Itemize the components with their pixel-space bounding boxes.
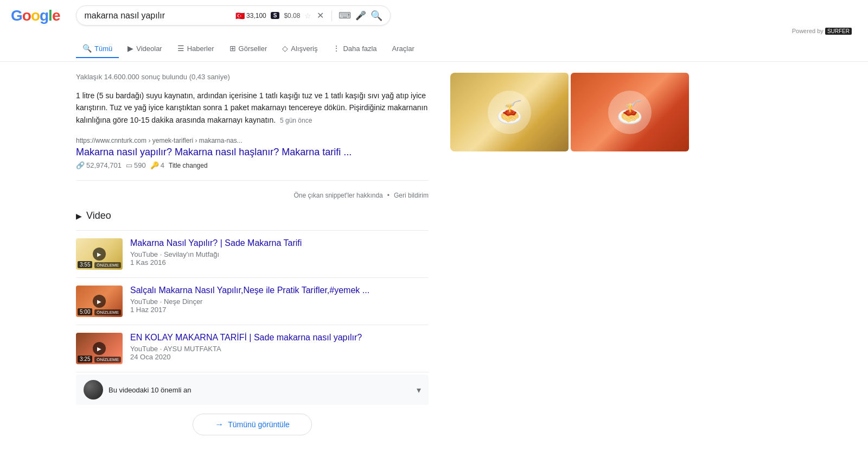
result-count: Yaklaşık 14.600.000 sonuç bulundu (0,43 …	[76, 73, 429, 81]
tr-count: 33,100	[246, 12, 266, 20]
preview-label: ÖNİZLEME	[94, 262, 121, 268]
video-date-1: 1 Kas 2016	[130, 258, 429, 267]
video-duration: 5:00	[78, 308, 92, 315]
tab-tumu-label: Tümü	[94, 45, 112, 53]
video-duration: 3:25	[78, 356, 92, 363]
video-date-3: 24 Oca 2020	[130, 353, 429, 361]
video-title-1[interactable]: Makarna Nasıl Yapılır? | Sade Makarna Ta…	[130, 238, 429, 248]
star-icon[interactable]: ☆	[304, 11, 311, 20]
dollar-score: $0.08	[284, 12, 300, 20]
about-snippet-link[interactable]: Öne çıkan snippet'ler hakkında	[293, 192, 382, 199]
tab-tumü[interactable]: 🔍 Tümü	[76, 40, 119, 58]
snippet-age: 5 gün önce	[280, 117, 312, 124]
snippet-body: 1 litre (5 su bardağı) suyu kaynatın, ar…	[76, 91, 427, 124]
powered-by: Powered by SURFER	[0, 28, 868, 34]
play-button[interactable]: ▶	[93, 248, 106, 261]
tab-daha-fazla[interactable]: ⋮ Daha fazla	[326, 40, 383, 58]
preview-label: ÖNİZLEME	[94, 357, 121, 363]
see-all-button[interactable]: → Tümünü görüntüle	[193, 414, 312, 435]
surfer-label: SURFER	[825, 28, 852, 35]
preview-label: ÖNİZLEME	[94, 309, 121, 315]
keyboard-icon[interactable]: ⌨	[339, 10, 351, 21]
video-info-2: Salçalı Makarna Nasıl Yapılır,Neşe ile P…	[130, 286, 429, 314]
tab-gorseller[interactable]: ⊞ Görseller	[223, 40, 274, 58]
tab-daha-fazla-label: Daha fazla	[343, 45, 376, 53]
moment-text: Bu videodaki 10 önemli an	[108, 386, 411, 394]
ref-icon: 🔑	[150, 161, 159, 169]
video-date-2: 1 Haz 2017	[130, 306, 429, 314]
video-duration: 3:55	[78, 261, 92, 268]
search-button[interactable]: 🔍	[371, 10, 382, 22]
video-title-3[interactable]: EN KOLAY MAKARNA TARİFİ | Sade makarna n…	[130, 333, 429, 343]
video-section-title: Video	[86, 210, 111, 221]
feedback-link[interactable]: Geri bildirim	[394, 192, 429, 199]
pasta-image-2: 🍝	[571, 73, 689, 151]
video-section-icon: ▶	[76, 212, 82, 220]
video-info-3: EN KOLAY MAKARNA TARİFİ | Sade makarna n…	[130, 333, 429, 361]
divider	[331, 10, 332, 21]
header: Google 🇹🇷 33,100 S $0.08 ☆ ✕ ⌨ 🎤 🔍	[0, 0, 868, 26]
play-button[interactable]: ▶	[93, 295, 106, 308]
powered-by-label: Powered by	[792, 28, 824, 34]
shopping-icon: ◇	[282, 44, 288, 53]
links-count: 52,974,701	[86, 161, 122, 169]
important-moments[interactable]: Bu videodaki 10 önemli an ▾	[76, 375, 429, 405]
clear-button[interactable]: ✕	[316, 9, 325, 22]
surfer-badge: S	[271, 12, 280, 19]
video-section: ▶ Video ▶ 3:55 ÖNİZLEME Makarna Nasıl Ya…	[76, 210, 429, 435]
title-changed-badge: Title changed	[169, 162, 208, 169]
arrow-icon: →	[215, 420, 224, 429]
news-icon: ☰	[177, 44, 184, 53]
video-thumb-2: ▶ 5:00 ÖNİZLEME	[76, 286, 123, 317]
moment-thumbnail	[84, 380, 103, 400]
result-title-link[interactable]: Makarna nasıl yapılır? Makarna nasıl haş…	[76, 147, 429, 158]
tab-araclar-label: Araçlar	[392, 45, 414, 53]
expand-icon[interactable]: ▾	[417, 385, 421, 395]
video-source-1: YouTube · Sevilay'ın Mutfağı	[130, 250, 429, 258]
pasta-image-1: 🍝	[450, 73, 569, 151]
source-url: https://www.cnnturk.com › yemek-tarifler…	[76, 137, 429, 144]
links-metric: 🔗 52,974,701	[76, 161, 122, 169]
left-column: Yaklaşık 14.600.000 sonuç bulundu (0,43 …	[76, 73, 429, 435]
search-icon: 🔍	[82, 44, 92, 53]
tab-alisveris[interactable]: ◇ Alışveriş	[276, 40, 324, 58]
video-title-2[interactable]: Salçalı Makarna Nasıl Yapılır,Neşe ile P…	[130, 286, 429, 295]
video-item: ▶ 5:00 ÖNİZLEME Salçalı Makarna Nasıl Ya…	[76, 278, 429, 325]
result-meta: 🔗 52,974,701 ▭ 590 🔑 4 Title changed	[76, 161, 429, 169]
images-icon: ⊞	[229, 44, 236, 53]
video-thumb-1: ▶ 3:55 ÖNİZLEME	[76, 238, 123, 270]
right-column: 🍝 🍝	[450, 73, 694, 435]
play-button[interactable]: ▶	[93, 342, 106, 355]
more-icon: ⋮	[333, 44, 340, 53]
refs-metric: 🔑 4	[150, 161, 164, 169]
video-item: ▶ 3:25 ÖNİZLEME EN KOLAY MAKARNA TARİFİ …	[76, 325, 429, 372]
tab-alisveris-label: Alışveriş	[291, 45, 317, 53]
video-source-3: YouTube · AYSU MUTFAKTA	[130, 345, 429, 353]
tab-haberler[interactable]: ☰ Haberler	[171, 40, 221, 58]
tab-videolar[interactable]: ▶ Videolar	[121, 40, 168, 58]
pasta-visual-2: 🍝	[608, 91, 652, 134]
images-container: 🍝 🍝	[450, 73, 694, 151]
video-list: ▶ 3:55 ÖNİZLEME Makarna Nasıl Yapılır? |…	[76, 230, 429, 372]
see-all-label: Tümünü görüntüle	[228, 420, 290, 429]
tab-araclar[interactable]: Araçlar	[386, 40, 421, 58]
source-url-text: https://www.cnnturk.com › yemek-tarifler…	[76, 137, 242, 144]
snippet-text: 1 litre (5 su bardağı) suyu kaynatın, ar…	[76, 90, 429, 126]
google-logo: Google	[11, 7, 60, 24]
pasta-img-bg-1: 🍝	[450, 73, 569, 151]
divider-line	[76, 180, 429, 181]
tab-gorseller-label: Görseller	[239, 45, 267, 53]
pages-metric: ▭ 590	[126, 161, 146, 169]
pasta-visual-1: 🍝	[488, 91, 531, 134]
search-bar: 🇹🇷 33,100 S $0.08 ☆ ✕ ⌨ 🎤 🔍	[76, 5, 391, 26]
mic-icon[interactable]: 🎤	[355, 10, 366, 21]
video-tab-icon: ▶	[127, 44, 133, 53]
snippet-feedback: Öne çıkan snippet'ler hakkında • Geri bi…	[76, 192, 429, 199]
pages-count: 590	[134, 161, 146, 169]
video-section-header: ▶ Video	[76, 210, 429, 221]
bullet-separator: •	[387, 192, 390, 199]
refs-count: 4	[161, 161, 164, 169]
search-input[interactable]	[84, 11, 235, 21]
main-content: Yaklaşık 14.600.000 sonuç bulundu (0,43 …	[0, 62, 868, 446]
featured-snippet: 1 litre (5 su bardağı) suyu kaynatın, ar…	[76, 90, 429, 126]
